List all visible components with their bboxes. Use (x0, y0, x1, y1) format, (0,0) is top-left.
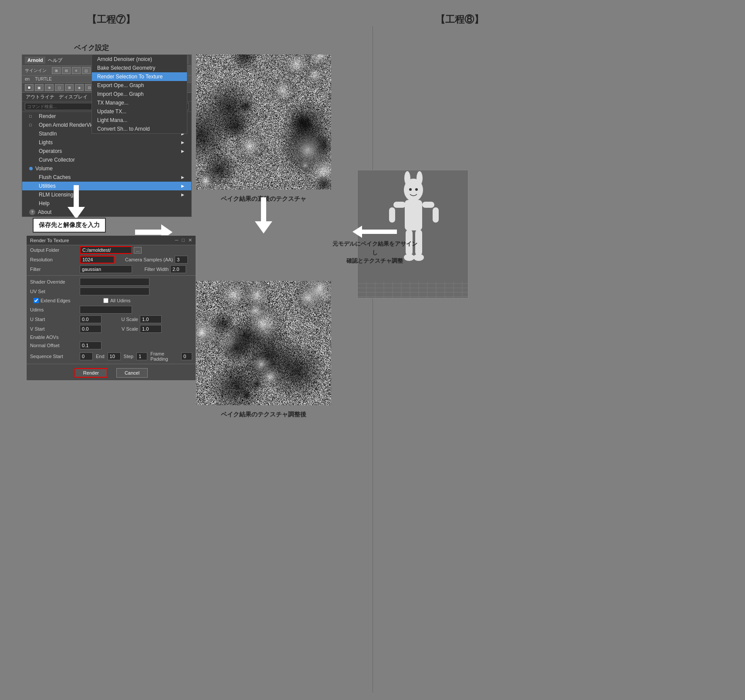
rtt-vscale-row: V Start V Scale (27, 324, 196, 334)
rtt-filterwidth-input[interactable] (170, 265, 186, 273)
icon-btn-6[interactable]: ◈ (75, 84, 84, 91)
menu-curve-collector[interactable]: Curve Collector (22, 156, 191, 164)
rtt-uscale-input[interactable] (140, 315, 162, 323)
svg-rect-24 (433, 207, 439, 223)
submenu-update-tx[interactable]: Update TX... (92, 107, 187, 116)
bake-label: ベイク設定 (74, 44, 109, 53)
utilities-submenu: Arnold Denoiser (noice) Bake Selected Ge… (91, 54, 187, 134)
icon-btn-5[interactable]: ⊞ (65, 84, 74, 91)
rtt-framepad-input[interactable] (181, 352, 192, 360)
rtt-extend-checkbox[interactable] (34, 298, 39, 303)
rtt-vscale-label: V Scale (103, 326, 138, 331)
rtt-resolution-label: Resolution (30, 257, 78, 262)
rtt-ustart-label: U Start (30, 317, 78, 322)
rtt-seqend-input[interactable] (108, 352, 121, 360)
rtt-uvset-label: UV Set (30, 289, 78, 294)
arrow-assign (352, 226, 397, 238)
toolbar-btn-1[interactable]: ⊞ (52, 67, 61, 74)
rtt-title: Render To Texture (30, 238, 69, 243)
submenu-import-op-graph[interactable]: Import Ope... Graph (92, 90, 187, 98)
menu-lights[interactable]: Lights (22, 138, 191, 147)
rtt-resolution-input[interactable] (80, 256, 115, 264)
svg-rect-21 (393, 202, 406, 208)
right-section-header: 【工程⑧】 (436, 13, 484, 26)
icon-btn-2[interactable]: ▣ (35, 84, 44, 91)
arrow-shaft-1 (74, 185, 79, 207)
render-icon: □ (29, 114, 36, 118)
assign-caption-area: 元モデルにベイク結果をアサインし 確認とテクスチャ調整 (331, 226, 418, 265)
rtt-sequence-row: Sequence Start End Step Frame Padding (27, 350, 196, 362)
rtt-render-btn[interactable]: Render (74, 368, 108, 378)
display-menu[interactable]: ディスプレイ (59, 94, 88, 100)
menu-flush-caches[interactable]: Flush Caches (22, 173, 191, 182)
submenu-light-mana[interactable]: Light Mana... (92, 116, 187, 125)
rtt-vstart-input[interactable] (80, 325, 102, 333)
rtt-udims-label: Udims (30, 307, 78, 312)
bake-result-bottom-image (196, 281, 331, 405)
rtt-ustart-input[interactable] (80, 315, 102, 323)
rtt-browse-btn[interactable]: ... (134, 247, 142, 254)
about-qmark-icon: ? (29, 209, 35, 215)
rtt-seq-label: Sequence Start (30, 354, 78, 359)
rtt-seqstep-input[interactable] (136, 352, 147, 360)
arnold-title[interactable]: Arnold (25, 57, 45, 64)
menu-utilities[interactable]: Utilities (22, 182, 191, 190)
rtt-udims-row: Udims (27, 305, 196, 314)
rtt-shader-input[interactable] (80, 278, 149, 286)
rtt-filter-row: Filter Filter Width (27, 264, 196, 274)
rtt-output-row: Output Folder ... (27, 245, 196, 255)
toolbar-btn-3[interactable]: ≡ (72, 67, 81, 74)
rtt-seqstart-input[interactable] (80, 352, 93, 360)
arrow-shaft-left (362, 230, 397, 234)
turtle-label: TURTLE (35, 77, 52, 81)
rtt-alludims-checkbox[interactable] (103, 298, 108, 303)
icon-btn-4[interactable]: ◻ (55, 84, 64, 91)
rtt-close-btn[interactable]: ✕ (188, 237, 192, 243)
arrow-head-right (255, 221, 272, 233)
rtt-camera-samples-label: Camera Samples (AA) (116, 257, 173, 262)
volume-dot (29, 167, 33, 170)
rtt-seqend-label: End (96, 354, 105, 359)
rtt-divider1 (27, 275, 196, 276)
submenu-tx-manage[interactable]: TX Manage... (92, 98, 187, 107)
icon-btn-3[interactable]: ⊕ (45, 84, 54, 91)
rtt-framepad-label: Frame Padding (150, 351, 178, 362)
rtt-uvset-input[interactable] (80, 287, 149, 295)
help-menu[interactable]: ヘルプ (48, 57, 62, 64)
rtt-extend-row: Extend Edges All Udims (27, 296, 196, 305)
arrow-down-1 (68, 185, 85, 219)
arrow-shaft-right (261, 197, 266, 221)
submenu-export-op-graph[interactable]: Export Ope... Graph (92, 81, 187, 90)
en-label: en (25, 77, 30, 81)
rtt-cancel-btn[interactable]: Cancel (116, 368, 148, 378)
submenu-convert-sh[interactable]: Convert Sh... to Arnold (92, 125, 187, 133)
rtt-min-btn[interactable]: ─ (175, 237, 179, 243)
left-section-header: 【工程⑦】 (87, 13, 135, 26)
menu-rlm[interactable]: RLM Licensing (22, 190, 191, 199)
rtt-seqstep-label: Step (124, 354, 134, 359)
rtt-udims-input[interactable] (80, 306, 132, 314)
renderview-icon: □ (29, 123, 36, 127)
svg-point-29 (409, 188, 412, 191)
rtt-normal-input[interactable] (80, 342, 102, 349)
rtt-filter-input[interactable] (80, 265, 132, 273)
menu-about[interactable]: ? About (22, 208, 191, 216)
rtt-titlebar-buttons: ─ □ ✕ (175, 237, 192, 243)
rtt-normal-row: Normal Offset (27, 341, 196, 350)
toolbar-btn-2[interactable]: ⊟ (62, 67, 71, 74)
svg-point-18 (404, 171, 410, 185)
rtt-output-input[interactable] (80, 246, 132, 254)
toolbar-btn-4[interactable]: ◫ (82, 67, 91, 74)
rtt-restore-btn[interactable]: □ (182, 237, 185, 243)
rtt-camera-samples-input[interactable] (175, 256, 188, 264)
menu-help[interactable]: Help (22, 199, 191, 208)
rtt-vscale-input[interactable] (140, 325, 162, 333)
icon-btn-1[interactable]: 🔲 (25, 84, 34, 91)
submenu-denoiser[interactable]: Arnold Denoiser (noice) (92, 55, 187, 64)
menu-volume[interactable]: Volume (22, 164, 191, 173)
menu-operators[interactable]: Operators (22, 147, 191, 156)
rtt-alludims-label: All Udims (100, 297, 134, 304)
submenu-render-selection[interactable]: Render Selection To Texture (92, 72, 187, 81)
submenu-bake-geom[interactable]: Bake Selected Geometry (92, 64, 187, 72)
signin-btn[interactable]: サインイン (25, 68, 47, 74)
